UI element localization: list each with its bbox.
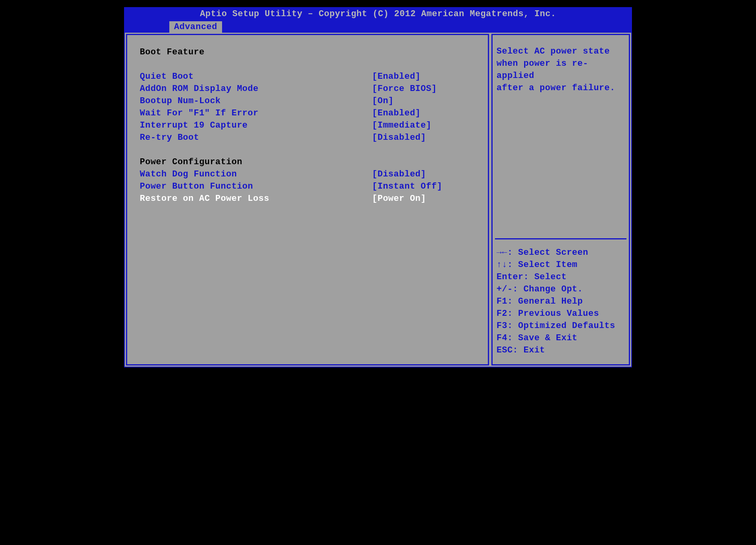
- setting-value: [Disabled]: [372, 132, 481, 144]
- setting-power-button[interactable]: Power Button Function [Instant Off]: [140, 180, 481, 193]
- setting-label: Watch Dog Function: [140, 168, 372, 180]
- key-f3: F3: Optimized Defaults: [497, 320, 625, 332]
- setting-label: Restore on AC Power Loss: [140, 193, 372, 205]
- setting-value: [Instant Off]: [372, 180, 481, 193]
- setting-quiet-boot[interactable]: Quiet Boot [Enabled]: [140, 70, 481, 83]
- title-bar: Aptio Setup Utility – Copyright (C) 2012…: [124, 7, 632, 21]
- help-line: after a power failure.: [497, 82, 625, 94]
- key-legend: →←: Select Screen ↑↓: Select Item Enter:…: [493, 239, 629, 364]
- setting-label: Bootup Num-Lock: [140, 95, 372, 107]
- setting-value: [Immediate]: [372, 119, 481, 132]
- spacer: [140, 58, 481, 70]
- key-f2__PD_INDEX__: F2: Previous Values: [497, 308, 625, 320]
- setting-value: [Force BIOS]: [372, 83, 481, 95]
- main-panels: Boot Feature Quiet Boot [Enabled] AddOn …: [124, 33, 632, 367]
- setting-wait-f1[interactable]: Wait For "F1" If Error [Enabled]: [140, 107, 481, 119]
- help-text: Select AC power state when power is re-a…: [493, 35, 629, 238]
- setting-addon-rom[interactable]: AddOn ROM Display Mode [Force BIOS]: [140, 83, 481, 95]
- setting-ac-power-loss[interactable]: Restore on AC Power Loss [Power On]: [140, 193, 481, 205]
- setting-value: [Power On]: [372, 193, 481, 205]
- key-f4: F4: Save & Exit: [497, 332, 625, 344]
- setting-label: Wait For "F1" If Error: [140, 107, 372, 119]
- help-panel: Select AC power state when power is re-a…: [490, 33, 631, 367]
- setting-value: [On]: [372, 95, 481, 107]
- key-select-screen: →←: Select Screen: [497, 247, 625, 259]
- help-line: when power is re-applied: [497, 57, 625, 82]
- setting-value: [Enabled]: [372, 70, 481, 83]
- setting-watchdog[interactable]: Watch Dog Function [Disabled]: [140, 168, 481, 180]
- key-enter: Enter: Select: [497, 271, 625, 283]
- setting-label: Re-try Boot: [140, 132, 372, 144]
- tab-advanced[interactable]: Advanced: [169, 21, 222, 33]
- setting-label: Power Button Function: [140, 180, 372, 193]
- spacer: [140, 144, 481, 156]
- title-text: Aptio Setup Utility – Copyright (C) 2012…: [200, 9, 556, 19]
- key-f1: F1: General Help: [497, 295, 625, 308]
- tab-row: Advanced: [124, 21, 632, 33]
- setting-label: AddOn ROM Display Mode: [140, 83, 372, 95]
- setting-value: [Disabled]: [372, 168, 481, 180]
- setting-retry-boot[interactable]: Re-try Boot [Disabled]: [140, 132, 481, 144]
- setting-label: Interrupt 19 Capture: [140, 119, 372, 132]
- setting-numlock[interactable]: Bootup Num-Lock [On]: [140, 95, 481, 107]
- tab-label: Advanced: [174, 22, 217, 32]
- key-select-item: ↑↓: Select Item: [497, 259, 625, 271]
- key-change-opt: +/-: Change Opt.: [497, 283, 625, 295]
- setting-value: [Enabled]: [372, 107, 481, 119]
- bios-window: Aptio Setup Utility – Copyright (C) 2012…: [124, 0, 632, 367]
- help-line: Select AC power state: [497, 45, 625, 57]
- setting-int19[interactable]: Interrupt 19 Capture [Immediate]: [140, 119, 481, 132]
- settings-panel: Boot Feature Quiet Boot [Enabled] AddOn …: [125, 33, 490, 367]
- section-boot-feature: Boot Feature: [140, 46, 481, 58]
- section-power-config: Power Configuration: [140, 156, 481, 168]
- setting-label: Quiet Boot: [140, 70, 372, 83]
- key-esc: ESC: Exit: [497, 344, 625, 356]
